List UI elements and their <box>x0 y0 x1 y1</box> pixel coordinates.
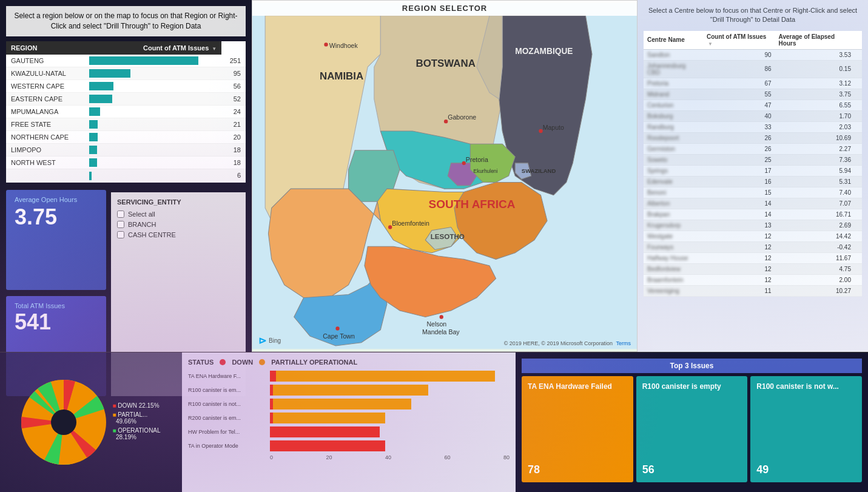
pie-legend: ■ DOWN 22.15% ■ PARTIAL... 49.66% ■ OPER… <box>112 402 160 443</box>
left-panel: Select a region below or on the map to f… <box>0 0 252 352</box>
centre-avg-cell: 2.27 <box>775 143 855 154</box>
centre-table-row[interactable]: Halfway House 12 11.67 <box>644 252 862 263</box>
centre-table-row[interactable]: Krugersdorp 13 2.69 <box>644 220 862 231</box>
centre-name-cell: Pretoria <box>644 78 703 89</box>
bar-label: R100 canister is not... <box>188 401 267 407</box>
centre-count-cell: 13 <box>703 220 775 231</box>
bar-track <box>270 413 510 423</box>
bar-track <box>270 371 510 382</box>
region-bar <box>89 133 98 141</box>
region-bar <box>89 107 100 116</box>
down-bar <box>270 413 273 423</box>
region-table-row[interactable]: LIMPOPO 18 <box>6 144 246 157</box>
centre-table-row[interactable]: Edenvale 16 5.31 <box>644 176 862 187</box>
centre-count-cell: 12 <box>703 274 775 285</box>
centre-avg-cell: 1.70 <box>775 110 855 121</box>
region-table-row[interactable]: MPUMALANGA 24 <box>6 105 246 118</box>
region-table-row[interactable]: EASTERN CAPE 52 <box>6 92 246 105</box>
centre-table-row[interactable]: Fourways 12 -0.42 <box>644 241 862 252</box>
region-table-row[interactable]: NORTHERN CAPE 20 <box>6 131 246 144</box>
top3-card[interactable]: R100 canister is empty 56 <box>636 376 748 482</box>
bar-track <box>270 426 510 437</box>
top3-card[interactable]: TA ENA Hardware Failed 78 <box>522 376 633 482</box>
pie-legend-partial: ■ PARTIAL... 49.66% <box>112 411 160 425</box>
region-table-row[interactable]: GAUTENG 251 <box>6 55 246 67</box>
servicing-checkbox[interactable] <box>117 231 124 238</box>
pie-chart-area: ■ DOWN 22.15% ■ PARTIAL... 49.66% ■ OPER… <box>0 352 182 492</box>
centre-table-row[interactable]: Randburg 33 2.03 <box>644 121 862 132</box>
svg-text:NAMIBIA: NAMIBIA <box>320 71 363 83</box>
centre-table-row[interactable]: Springs 17 5.94 <box>644 165 862 176</box>
centre-table-row[interactable]: Centurion 47 6.55 <box>644 99 862 110</box>
centre-avg-cell: 5.31 <box>775 176 855 187</box>
centre-name-cell: Krugersdorp <box>644 220 703 231</box>
bar-chart-area: STATUS DOWN PARTIALLY OPERATIONAL TA ENA… <box>182 352 516 492</box>
centre-table-row[interactable]: Johannesburg CBD 86 0.15 <box>644 60 862 78</box>
centre-count-cell: 16 <box>703 176 775 187</box>
centre-table-row[interactable]: Brakpan 14 16.71 <box>644 209 862 220</box>
centre-table-row[interactable]: Alberton 14 7.07 <box>644 198 862 209</box>
centre-table-row[interactable]: Soweto 25 7.36 <box>644 154 862 165</box>
centre-name-cell: Brakpan <box>644 209 703 220</box>
region-bar <box>89 95 112 103</box>
left-instruction: Select a region below or on the map to f… <box>6 6 246 36</box>
map-panel[interactable]: REGION SELECTOR <box>252 0 638 352</box>
region-table-row[interactable]: KWAZULU-NATAL 95 <box>6 67 246 79</box>
down-bar <box>270 371 276 382</box>
region-name-cell: WESTERN CAPE <box>6 79 84 92</box>
centre-count-cell: 26 <box>703 143 775 154</box>
partial-label: PARTIALLY OPERATIONAL <box>271 359 357 366</box>
centre-table-row[interactable]: Braamfontein 12 2.00 <box>644 274 862 285</box>
centre-avg-cell: 11.67 <box>775 252 855 263</box>
status-bar-row: HW Problem for Tel... <box>188 426 510 437</box>
top3-card[interactable]: R100 canister is not w... 49 <box>750 376 862 482</box>
centre-avg-cell: 7.36 <box>775 154 855 165</box>
region-table-row[interactable]: FREE STATE 21 <box>6 118 246 131</box>
region-count-cell: 24 <box>221 105 246 118</box>
right-panel: Select a Centre below to focus on that C… <box>638 0 868 352</box>
centre-name-cell: Germiston <box>644 143 703 154</box>
centre-table-row[interactable]: Pretoria 67 3.12 <box>644 78 862 89</box>
map-container[interactable]: NAMIBIA BOTSWANA MOZAMBIQUE SWAZILAND LE… <box>252 1 637 351</box>
centre-table-row[interactable]: Westgate 12 14.42 <box>644 231 862 241</box>
centre-table-row[interactable]: Benoni 15 7.40 <box>644 187 862 198</box>
bing-footer: ⊳ Bing <box>258 335 281 346</box>
centre-count-cell: 12 <box>703 263 775 274</box>
centre-avg-cell: 7.07 <box>775 198 855 209</box>
centre-table-row[interactable]: Midrand 55 3.75 <box>644 89 862 99</box>
centre-name-cell: Sandton <box>644 49 703 60</box>
centre-table-row[interactable]: Boksburg 40 1.70 <box>644 110 862 121</box>
region-table-row[interactable]: WESTERN CAPE 56 <box>6 79 246 92</box>
region-name-cell: MPUMALANGA <box>6 105 84 118</box>
centre-avg-cell: 2.00 <box>775 274 855 285</box>
bar-label: TA in Operator Mode <box>188 443 267 449</box>
top3-area: Top 3 Issues TA ENA Hardware Failed 78 R… <box>516 352 868 492</box>
centre-table-row[interactable]: Bedfordview 12 4.75 <box>644 263 862 274</box>
servicing-checkbox[interactable] <box>117 221 124 228</box>
centre-table-row[interactable]: Sandton 90 3.53 <box>644 49 862 60</box>
region-count-cell: 56 <box>221 79 246 92</box>
servicing-checkbox[interactable] <box>117 211 124 218</box>
top3-card-title: R100 canister is not w... <box>756 382 856 391</box>
region-table-row[interactable]: 6 <box>6 169 246 182</box>
centre-count-cell: 47 <box>703 99 775 110</box>
servicing-checkbox-item[interactable]: Select all <box>117 211 240 218</box>
servicing-checkbox-item[interactable]: BRANCH <box>117 221 240 228</box>
region-table-row[interactable]: NORTH WEST 18 <box>6 157 246 169</box>
region-bar <box>89 69 130 78</box>
bar-track <box>270 385 510 396</box>
terms-link[interactable]: Terms <box>616 340 631 346</box>
servicing-checkbox-item[interactable]: CASH CENTRE <box>117 231 240 238</box>
centre-avg-cell: 5.94 <box>775 165 855 176</box>
centre-avg-cell: 14.42 <box>775 231 855 241</box>
svg-text:Pretoria: Pretoria <box>466 156 488 163</box>
top3-card-value: 78 <box>528 463 627 476</box>
svg-text:Mandela Bay: Mandela Bay <box>422 328 460 335</box>
centre-table-row[interactable]: Vereeniging 11 10.27 <box>644 285 862 296</box>
centre-count-cell: 67 <box>703 78 775 89</box>
map-title: REGION SELECTOR <box>252 1 637 16</box>
centre-table-row[interactable]: Roodepoort 26 10.69 <box>644 132 862 143</box>
centre-avg-cell: 10.69 <box>775 132 855 143</box>
centre-avg-cell: 7.40 <box>775 187 855 198</box>
centre-table-row[interactable]: Germiston 26 2.27 <box>644 143 862 154</box>
